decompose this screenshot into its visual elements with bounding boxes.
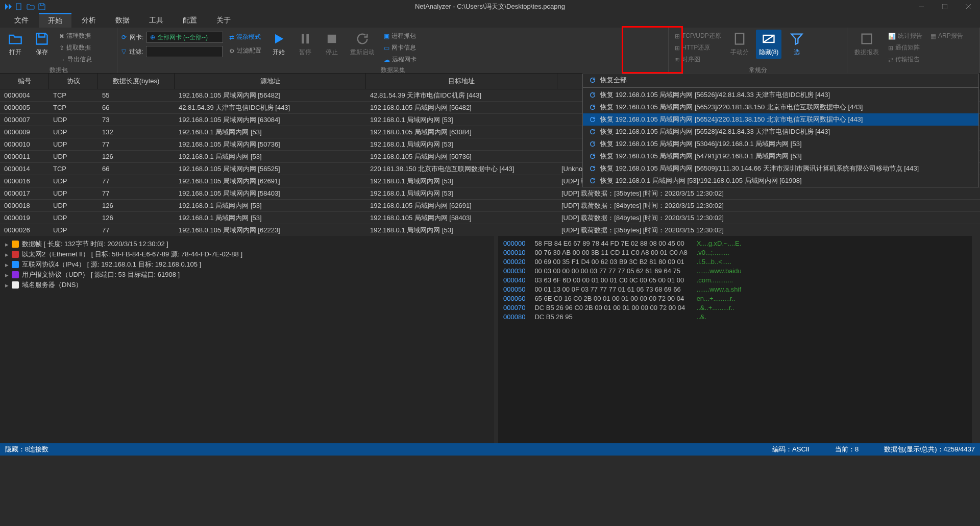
nic-combo[interactable]: ⊕ 全部网卡 (--全部--) [146, 32, 223, 43]
http-restore-button[interactable]: ⊞HTTP还原 [673, 42, 723, 53]
menu-配置[interactable]: 配置 [174, 14, 206, 27]
svg-rect-3 [328, 35, 336, 43]
column-header[interactable]: 协议 [49, 74, 98, 89]
menu-开始[interactable]: 开始 [39, 13, 71, 28]
pane-splitter[interactable] [494, 236, 498, 443]
tree-node[interactable]: ▸以太网2（Ethernet II） [ 目标: 58-FB-84-E6-67-… [5, 249, 489, 259]
restore-menu-item[interactable]: 恢复 192.168.0.105 局域网内网 [56509]/111.30.14… [583, 162, 978, 175]
restore-menu-item[interactable]: 恢复全部 [583, 74, 978, 86]
filter-combo[interactable] [146, 46, 223, 57]
nic-info-button[interactable]: ▭网卡信息 [382, 42, 419, 53]
open-folder-icon[interactable] [27, 3, 35, 11]
maximize-button[interactable] [933, 0, 957, 13]
titlebar: NetAnalyzer - C:\Users\冯天文\Desktop\tes.p… [0, 0, 980, 13]
arp-icon: ▦ [930, 33, 936, 40]
protocol-icon [12, 271, 19, 278]
column-header[interactable]: 源地址 [175, 74, 366, 89]
stop-capture-button[interactable]: 停止 [321, 30, 343, 59]
process-icon: ▣ [384, 33, 389, 40]
stat-report-button[interactable]: 📊统计报告 [886, 31, 924, 41]
menu-关于[interactable]: 关于 [207, 14, 240, 27]
status-left: 隐藏：8连接数 [5, 445, 48, 454]
save-disk-icon[interactable] [38, 3, 46, 11]
expand-icon[interactable]: ▸ [5, 241, 9, 248]
tree-node[interactable]: ▸数据帧 [ 长度: 132字节 时间: 2020/3/15 12:30:02 … [5, 239, 489, 249]
expand-icon[interactable]: ▸ [5, 281, 9, 289]
status-encoding[interactable]: 编码：ASCII [772, 445, 810, 454]
menu-数据[interactable]: 数据 [106, 14, 139, 27]
protocol-icon [12, 251, 19, 258]
protocol-tree-pane[interactable]: ▸数据帧 [ 长度: 132字节 时间: 2020/3/15 12:30:02 … [0, 236, 494, 443]
filter-button[interactable]: 选 [786, 30, 808, 59]
expand-icon[interactable]: ▸ [5, 251, 9, 258]
hidden-restore-menu: 恢复全部恢复 192.168.0.105 局域网内网 [56526]/42.81… [582, 74, 979, 187]
export-info-button[interactable]: →导出信息 [57, 54, 94, 65]
refresh-icon [589, 140, 596, 148]
data-report-button[interactable]: 数据报表 [851, 30, 882, 59]
restart-icon [355, 32, 370, 46]
comm-matrix-button[interactable]: ⊞通信矩阵 [886, 42, 924, 53]
filter-config-button[interactable]: ⚙过滤配置 [227, 45, 263, 56]
expand-icon[interactable]: ▸ [5, 271, 9, 279]
hidden-button[interactable]: 隐藏(8) [756, 30, 782, 59]
tree-node[interactable]: ▸域名服务器（DNS） [5, 280, 489, 290]
table-row[interactable]: 0000026UDP77192.168.0.105 局域网内网 [62223]1… [0, 224, 980, 236]
folder-open-icon [8, 32, 22, 46]
refresh-icon [589, 77, 596, 84]
table-row[interactable]: 0000018UDP126192.168.0.1 局域网内网 [53]192.1… [0, 200, 980, 212]
restore-menu-item[interactable]: 恢复 192.168.0.105 局域网内网 [54791]/192.168.0… [583, 150, 978, 162]
restore-menu-item[interactable]: 恢复 192.168.0.105 局域网内网 [56523]/220.181.3… [583, 101, 978, 113]
open-button[interactable]: 打开 [4, 30, 27, 59]
window-title: NetAnalyzer - C:\Users\冯天文\Desktop\tes.p… [415, 2, 565, 11]
hex-scrollbar[interactable] [972, 236, 980, 443]
minimize-button[interactable] [910, 0, 933, 13]
funnel-icon [790, 32, 804, 46]
new-file-icon[interactable] [15, 3, 23, 11]
restart-capture-button[interactable]: 重新启动 [347, 30, 378, 59]
extract-data-button[interactable]: ⇪提取数据 [57, 42, 94, 53]
menu-分析[interactable]: 分析 [72, 14, 105, 27]
menu-工具[interactable]: 工具 [140, 14, 173, 27]
refresh-icon [589, 104, 596, 111]
save-button[interactable]: 保存 [31, 30, 53, 59]
tree-node[interactable]: ▸互联网协议4（IPv4） [ 源: 192.168.0.1 目标: 192.1… [5, 259, 489, 270]
detail-panes: ▸数据帧 [ 长度: 132字节 时间: 2020/3/15 12:30:02 … [0, 236, 980, 443]
manual-analysis-button[interactable]: 手动分 [727, 30, 752, 59]
svg-rect-0 [16, 4, 21, 10]
restore-menu-item[interactable]: 恢复 192.168.0.105 局域网内网 [56526]/42.81.84.… [583, 89, 978, 101]
statusbar: 隐藏：8连接数 编码：ASCII 当前：8 数据包(显示/总共)：4259/44… [0, 443, 980, 456]
restore-menu-item[interactable]: 恢复 192.168.0.1 局域网内网 [53]/192.168.0.105 … [583, 175, 978, 187]
close-button[interactable] [957, 0, 980, 13]
table-row[interactable]: 0000019UDP126192.168.0.1 局域网内网 [53]192.1… [0, 212, 980, 224]
table-row[interactable]: 0000017UDP77192.168.0.105 局域网内网 [58403]1… [0, 187, 980, 200]
column-header[interactable]: 目标地址 [366, 74, 557, 89]
arp-report-button[interactable]: ▦ARP报告 [928, 30, 965, 41]
remote-nic-button[interactable]: ☁远程网卡 [382, 54, 419, 65]
restore-menu-item[interactable]: 恢复 192.168.0.105 局域网内网 [53046]/192.168.0… [583, 138, 978, 150]
refresh-icon [589, 153, 596, 160]
card-icon: ▭ [384, 44, 389, 52]
promiscuous-toggle[interactable]: ⇄混杂模式 [227, 32, 263, 42]
pause-capture-button[interactable]: 暂停 [294, 30, 316, 59]
nic-icon: ⟳ [121, 34, 127, 41]
refresh-icon [589, 165, 596, 172]
menu-文件[interactable]: 文件 [5, 14, 38, 27]
trans-report-button[interactable]: ⇄传输报告 [886, 54, 924, 65]
restore-menu-item[interactable]: 恢复 192.168.0.105 局域网内网 [56524]/220.181.3… [583, 113, 978, 126]
restore-menu-item[interactable]: 恢复 192.168.0.105 局域网内网 [56528]/42.81.84.… [583, 126, 978, 138]
tcp-udp-restore-button[interactable]: ⊞TCP/UDP还原 [673, 31, 723, 41]
extract-icon: ⇪ [59, 44, 64, 52]
gear-icon: ⚙ [229, 47, 235, 55]
column-header[interactable]: 编号 [0, 74, 49, 89]
process-capture-button[interactable]: ▣进程抓包 [382, 31, 419, 41]
timeline-button[interactable]: ≋时序图 [673, 54, 723, 65]
start-capture-button[interactable]: 开始 [267, 30, 290, 59]
protocol-icon [12, 241, 19, 248]
nic-label: 网卡: [130, 33, 143, 42]
clean-data-button[interactable]: ✖清理数据 [57, 31, 94, 41]
hex-dump-pane[interactable]: 0000000000100000200000300000400000500000… [498, 236, 972, 443]
column-header[interactable]: 数据长度(bytes) [98, 74, 175, 89]
expand-icon[interactable]: ▸ [5, 261, 9, 269]
stop-icon [325, 32, 339, 46]
tree-node[interactable]: ▸用户报文协议（UDP） [ 源端口: 53 目标端口: 61908 ] [5, 270, 489, 280]
